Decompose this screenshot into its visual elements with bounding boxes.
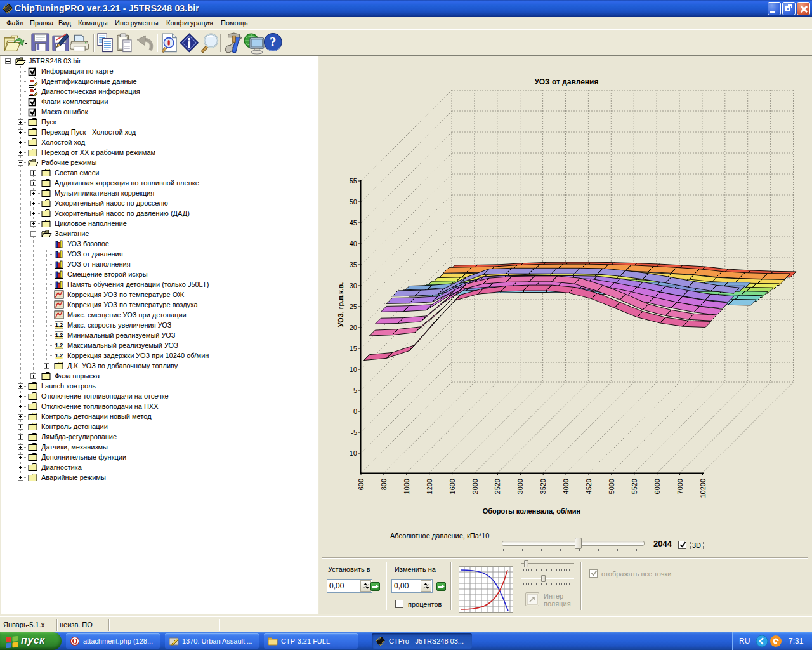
svg-text:1.2: 1.2 [55, 352, 63, 359]
svg-text:1000: 1000 [403, 479, 410, 494]
svg-text:800: 800 [380, 479, 388, 490]
svg-text:0: 0 [353, 408, 357, 415]
svg-text:1600: 1600 [449, 479, 456, 494]
svg-text:-5: -5 [351, 428, 357, 436]
svg-text:50: 50 [350, 198, 357, 206]
svg-text:1200: 1200 [426, 479, 433, 494]
svg-text:4000: 4000 [562, 479, 570, 494]
svg-text:УОЗ от давления: УОЗ от давления [535, 77, 599, 86]
svg-text:10200: 10200 [699, 479, 707, 498]
svg-text:УОЗ, гр.п.к.в.: УОЗ, гр.п.к.в. [337, 282, 344, 328]
svg-text:600: 600 [357, 479, 365, 490]
svg-text:20: 20 [350, 324, 357, 331]
svg-text:5000: 5000 [608, 479, 615, 494]
svg-text:2000: 2000 [471, 479, 479, 494]
svg-text:35: 35 [350, 261, 357, 269]
svg-text:40: 40 [350, 240, 357, 248]
svg-text:7000: 7000 [676, 479, 684, 494]
svg-text:45: 45 [350, 219, 357, 227]
svg-text:15: 15 [350, 345, 357, 352]
svg-text:5520: 5520 [631, 479, 638, 494]
svg-text:Обороты коленвала, об/мин: Обороты коленвала, об/мин [483, 507, 581, 515]
svg-text:?: ? [270, 34, 276, 50]
svg-text:10: 10 [350, 366, 357, 373]
svg-text:4520: 4520 [585, 479, 593, 494]
svg-text:3520: 3520 [539, 479, 547, 494]
svg-text:55: 55 [350, 177, 357, 185]
svg-text:30: 30 [350, 282, 357, 289]
svg-text:6000: 6000 [653, 479, 661, 494]
svg-text:2520: 2520 [494, 479, 501, 494]
svg-text:25: 25 [350, 303, 357, 310]
svg-text:1.2: 1.2 [55, 322, 63, 328]
svg-text:5: 5 [353, 387, 357, 394]
svg-text:3000: 3000 [516, 479, 524, 494]
svg-text:1.2: 1.2 [55, 332, 63, 338]
svg-text:1.2: 1.2 [55, 342, 63, 348]
svg-text:-10: -10 [347, 449, 357, 457]
